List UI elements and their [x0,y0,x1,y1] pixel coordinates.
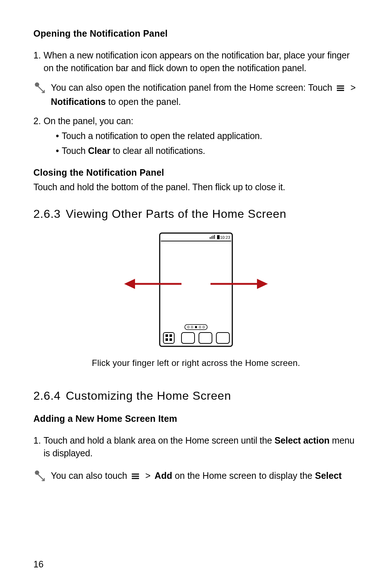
bold-text: Select [315,470,342,481]
svg-rect-10 [217,235,220,239]
tip-bold-text: Notifications [51,97,106,107]
section-title: Customizing the Home Screen [66,389,231,402]
tip-text-segment: You can also open the notification panel… [51,82,335,93]
list-item-text: On the panel, you can: • Touch a notific… [44,115,359,159]
svg-point-13 [191,326,193,328]
bullet-item: • Touch a notification to open the relat… [53,130,359,142]
bold-text: Select action [274,435,330,445]
list-number: 1. [33,49,44,74]
svg-rect-4 [160,233,232,346]
figure-caption: Flick your finger left or right across t… [92,358,300,368]
svg-rect-21 [170,338,172,341]
svg-point-0 [35,82,39,87]
tip-text-segment: on the Home screen to display the [175,470,315,481]
list-item-text: When a new notification icon appears on … [44,49,359,74]
svg-rect-18 [166,334,168,337]
menu-icon [131,470,140,483]
bullet-item: • Touch Clear to clear all notifications… [53,144,359,157]
tip-text: You can also touch > Add on the Home scr… [51,469,359,483]
tip-text-segment: You can also touch [51,470,130,481]
svg-point-29 [35,470,39,475]
svg-marker-28 [257,279,268,289]
svg-rect-6 [210,237,211,239]
phone-swipe-illustration: 10:23 [116,232,276,348]
svg-rect-23 [199,333,212,343]
svg-rect-7 [211,236,212,239]
page-number: 16 [33,559,44,570]
section-number: 2.6.3 [33,207,61,220]
svg-rect-9 [214,235,215,239]
svg-rect-22 [181,333,195,343]
status-bar-time: 10:23 [220,235,230,240]
text-segment: Touch [62,146,88,156]
tip-hand-icon [33,470,48,484]
list-item-text: Touch and hold a blank area on the Home … [44,434,359,460]
bullet-dot-icon: • [53,144,62,157]
text-segment: Touch and hold a blank area on the Home … [44,435,274,445]
section-heading-263: 2.6.3Viewing Other Parts of the Home Scr… [33,207,359,221]
bullet-text: Touch a notification to open the related… [62,130,262,142]
section-heading-264: 2.6.4Customizing the Home Screen [33,389,359,403]
svg-point-12 [188,326,189,328]
tip-block: You can also open the notification panel… [33,81,359,108]
bullet-dot-icon: • [53,130,62,142]
section-title: Viewing Other Parts of the Home Screen [66,207,286,220]
menu-icon [336,82,345,95]
svg-rect-24 [216,333,229,343]
bullet-text: Touch Clear to clear all notifications. [62,144,205,157]
svg-rect-19 [170,334,172,337]
tip-text: You can also open the notification panel… [51,81,359,108]
tip-text-segment: to open the panel. [108,97,181,107]
ordered-list-item: 1. When a new notification icon appears … [33,49,359,74]
document-page: Opening the Notification Panel 1. When a… [0,0,392,587]
breadcrumb-separator: > [350,82,356,93]
svg-rect-8 [213,236,213,239]
figure-home-screen-swipe: 10:23 Flick your finger left or right [33,232,359,368]
bold-text: Clear [88,146,110,156]
list-item-lead: On the panel, you can: [44,116,133,126]
svg-rect-20 [166,338,168,341]
ordered-list-item: 1. Touch and hold a blank area on the Ho… [33,434,359,460]
list-number: 1. [33,434,44,460]
text-segment: to clear all notifications. [110,146,205,156]
tip-block: You can also touch > Add on the Home scr… [33,469,359,484]
svg-marker-26 [124,279,135,289]
svg-rect-17 [163,333,174,343]
list-number: 2. [33,115,44,159]
heading-closing-notification-panel: Closing the Notification Panel [33,167,359,178]
heading-opening-notification-panel: Opening the Notification Panel [33,28,359,39]
svg-point-15 [199,326,201,328]
ordered-list-item: 2. On the panel, you can: • Touch a noti… [33,115,359,159]
section-number: 2.6.4 [33,389,61,402]
heading-adding-new-item: Adding a New Home Screen Item [33,413,359,424]
svg-point-14 [195,326,197,328]
tip-hand-icon [33,82,48,95]
bold-text: Add [155,470,172,481]
breadcrumb-separator: > [145,470,151,481]
svg-point-16 [203,326,205,328]
paragraph: Touch and hold the bottom of the panel. … [33,181,359,193]
